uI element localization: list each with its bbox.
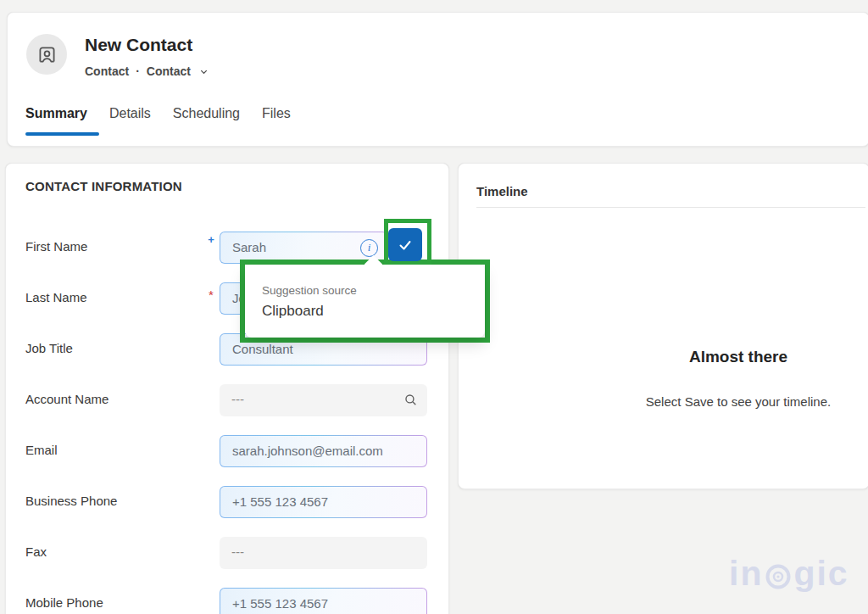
timeline-title: Timeline — [476, 184, 528, 198]
mobile-phone-input[interactable]: +1 555 123 4567 — [220, 588, 427, 614]
breadcrumb-form-selector[interactable]: Contact — [147, 64, 191, 78]
field-value: +1 555 123 4567 — [232, 596, 328, 611]
tab-scheduling[interactable]: Scheduling — [173, 106, 240, 130]
info-icon[interactable]: i — [360, 239, 378, 257]
suggestion-source-value: Clipboard — [262, 303, 324, 320]
field-value: sarah.johnson@email.com — [232, 444, 383, 458]
watermark-text-end: gic — [793, 554, 849, 594]
recommended-marker: + — [206, 233, 216, 246]
field-label: Business Phone — [25, 494, 117, 508]
email-input[interactable]: sarah.johnson@email.com — [220, 435, 427, 467]
record-header-card: New Contact Contact · Contact Summary De… — [7, 12, 868, 147]
watermark-text-start: in — [729, 554, 763, 594]
timeline-section: Timeline Almost there Select Save to see… — [458, 163, 868, 489]
page: New Contact Contact · Contact Summary De… — [0, 0, 868, 614]
checkmark-icon — [397, 237, 414, 254]
required-marker: * — [206, 287, 216, 302]
tab-summary[interactable]: Summary — [25, 106, 87, 130]
field-label: Last Name — [25, 290, 87, 304]
inogic-watermark: in gic — [729, 554, 849, 594]
field-value: +1 555 123 4567 — [232, 494, 328, 509]
business-phone-input[interactable]: +1 555 123 4567 — [220, 486, 427, 518]
contact-card-icon — [36, 43, 58, 66]
section-title: CONTACT INFORMATION — [25, 179, 182, 193]
form-tabs: Summary Details Scheduling Files — [25, 106, 291, 130]
timeline-empty-title: Almost there — [689, 348, 787, 366]
field-label: Account Name — [25, 392, 108, 406]
suggestion-popup-body: Suggestion source Clipboard — [245, 265, 485, 338]
active-tab-indicator — [25, 132, 99, 136]
field-label: Fax — [25, 544, 47, 559]
suggestion-source-popup: Suggestion source Clipboard — [240, 260, 490, 343]
breadcrumb-separator: · — [136, 64, 140, 78]
field-row-email: Email sarah.johnson@email.com — [6, 435, 450, 467]
fax-input[interactable]: --- — [220, 537, 427, 569]
contact-avatar — [26, 34, 67, 75]
timeline-empty-subtitle: Select Save to see your timeline. — [646, 394, 831, 409]
field-row-account-name: Account Name --- — [6, 384, 450, 416]
watermark-ring-icon — [765, 564, 791, 589]
contact-information-section: CONTACT INFORMATION First Name + Sarah i… — [5, 163, 449, 614]
timeline-divider — [476, 207, 865, 208]
search-icon[interactable] — [403, 393, 418, 407]
field-value: Consultant — [232, 342, 293, 356]
tab-details[interactable]: Details — [109, 106, 151, 130]
field-value: Sarah — [232, 240, 266, 254]
field-value: --- — [231, 392, 244, 406]
page-title: New Contact — [85, 35, 192, 55]
chevron-down-icon[interactable] — [199, 67, 209, 76]
field-label: Mobile Phone — [25, 595, 103, 610]
field-row-mobile-phone: Mobile Phone +1 555 123 4567 — [6, 588, 450, 614]
suggestion-source-label: Suggestion source — [262, 284, 357, 297]
account-name-lookup[interactable]: --- — [220, 384, 427, 416]
field-value: --- — [231, 544, 244, 559]
field-row-business-phone: Business Phone +1 555 123 4567 — [6, 486, 450, 518]
accept-suggestion-button[interactable] — [388, 228, 422, 261]
field-label: Job Title — [25, 341, 73, 355]
field-row-fax: Fax --- — [6, 537, 450, 569]
breadcrumb-entity: Contact — [85, 64, 129, 78]
breadcrumb: Contact · Contact — [85, 64, 209, 78]
field-label: Email — [25, 443, 58, 457]
tab-files[interactable]: Files — [262, 106, 291, 130]
field-label: First Name — [25, 239, 87, 254]
